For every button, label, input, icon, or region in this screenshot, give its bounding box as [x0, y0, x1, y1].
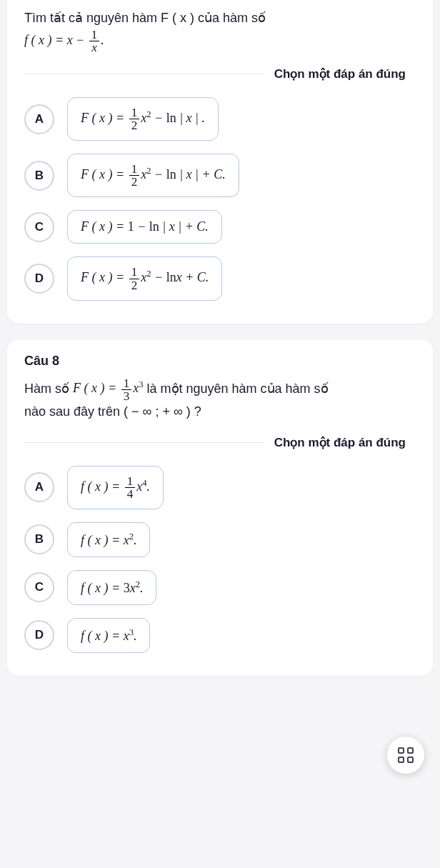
instruction-text: Chọn một đáp án đúng — [264, 435, 416, 450]
option-box-d: F ( x ) = 12x2 − lnx + C. — [67, 256, 222, 300]
question-card-7: Tìm tất cả nguyên hàm F ( x ) của hàm số… — [7, 0, 433, 324]
option-c[interactable]: C F ( x ) = 1 − ln | x | + C. — [24, 210, 416, 244]
option-radio-b[interactable]: B — [24, 161, 54, 191]
option-b[interactable]: B F ( x ) = 12x2 − ln | x | + C. — [24, 154, 416, 197]
option-formula-c: f ( x ) = 3x2. — [81, 579, 143, 596]
option-box-b: f ( x ) = x2. — [67, 522, 150, 557]
question-formula: f ( x ) = x − 1x. — [24, 33, 104, 47]
question-formula: F ( x ) = 13x3 — [73, 381, 143, 395]
instruction-row: Chọn một đáp án đúng — [24, 435, 416, 450]
option-formula-a: F ( x ) = 12x2 − ln | x | . — [81, 106, 205, 131]
option-radio-a[interactable]: A — [24, 472, 54, 502]
option-radio-b[interactable]: B — [24, 524, 54, 554]
option-box-a: F ( x ) = 12x2 − ln | x | . — [67, 97, 219, 141]
question-text: Hàm số F ( x ) = 13x3 là một nguyên hàm … — [24, 377, 416, 422]
instruction-text: Chọn một đáp án đúng — [264, 66, 416, 81]
divider — [24, 74, 264, 74]
option-radio-c[interactable]: C — [24, 572, 54, 602]
option-box-c: F ( x ) = 1 − ln | x | + C. — [67, 210, 222, 244]
grid-icon — [398, 747, 414, 763]
option-box-d: f ( x ) = x3. — [67, 618, 150, 653]
option-radio-a[interactable]: A — [24, 104, 54, 134]
option-radio-c[interactable]: C — [24, 212, 54, 242]
option-a[interactable]: A f ( x ) = 14x4. — [24, 466, 416, 509]
option-box-c: f ( x ) = 3x2. — [67, 570, 156, 605]
question-line-1: Tìm tất cả nguyên hàm F ( x ) của hàm số — [24, 11, 266, 25]
option-d[interactable]: D f ( x ) = x3. — [24, 618, 416, 653]
option-formula-a: f ( x ) = 14x4. — [81, 475, 150, 500]
option-radio-d[interactable]: D — [24, 620, 54, 650]
question-tail: là một nguyên hàm của hàm số — [147, 381, 329, 395]
question-text: Tìm tất cả nguyên hàm F ( x ) của hàm số… — [24, 9, 416, 54]
option-box-b: F ( x ) = 12x2 − ln | x | + C. — [67, 154, 239, 197]
option-formula-b: F ( x ) = 12x2 − ln | x | + C. — [81, 163, 226, 188]
instruction-row: Chọn một đáp án đúng — [24, 66, 416, 81]
question-prefix: Hàm số — [24, 381, 73, 395]
grid-view-button[interactable] — [387, 737, 424, 774]
option-formula-b: f ( x ) = x2. — [81, 532, 136, 548]
question-card-8: Câu 8 Hàm số F ( x ) = 13x3 là một nguyê… — [7, 339, 433, 676]
question-number: Câu 8 — [24, 354, 416, 369]
option-box-a: f ( x ) = 14x4. — [67, 466, 164, 509]
option-radio-d[interactable]: D — [24, 264, 54, 294]
question-line-2: nào sau đây trên ( − ∞ ; + ∞ ) ? — [24, 404, 201, 419]
option-formula-d: F ( x ) = 12x2 − lnx + C. — [81, 266, 209, 291]
option-b[interactable]: B f ( x ) = x2. — [24, 522, 416, 557]
divider — [24, 442, 264, 443]
option-a[interactable]: A F ( x ) = 12x2 − ln | x | . — [24, 97, 416, 141]
option-formula-c: F ( x ) = 1 − ln | x | + C. — [81, 219, 209, 234]
option-d[interactable]: D F ( x ) = 12x2 − lnx + C. — [24, 256, 416, 300]
option-formula-d: f ( x ) = x3. — [81, 627, 136, 644]
option-c[interactable]: C f ( x ) = 3x2. — [24, 570, 416, 605]
